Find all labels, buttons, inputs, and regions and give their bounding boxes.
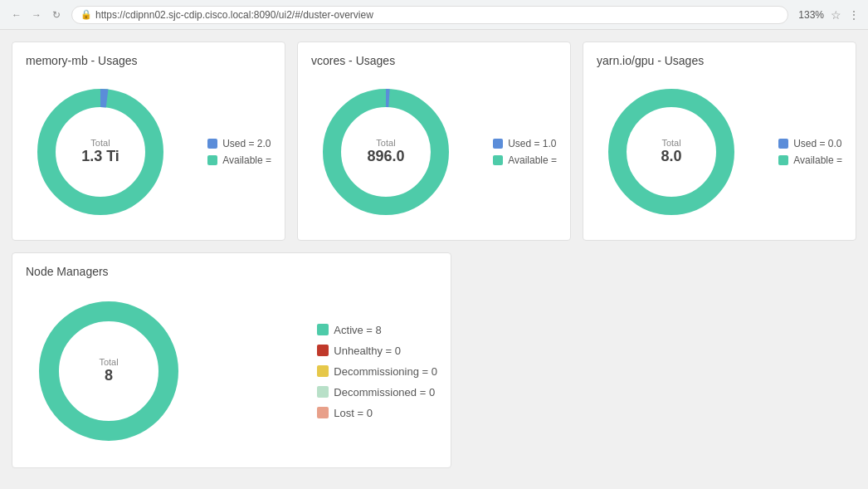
vcores-donut: Total 896.0 [311, 77, 461, 227]
gpu-donut: Total 8.0 [597, 77, 746, 227]
node-managers-legend: Active = 8 Unhealthy = 0 Decommissioning… [317, 324, 437, 419]
gpu-used-label: Used = 0.0 [793, 138, 841, 149]
unhealthy-label: Unhealthy = 0 [334, 345, 401, 357]
address-bar[interactable]: 🔒 https://cdipnn02.sjc-cdip.cisco.local:… [71, 6, 788, 24]
svg-point-2 [332, 98, 440, 206]
gpu-card-title: yarn.io/gpu - Usages [597, 54, 842, 67]
node-managers-chart-area: Total 8 Active = 8 Unhealthy = 0 [26, 288, 437, 454]
node-unhealthy-legend: Unhealthy = 0 [317, 345, 437, 357]
memory-used-label: Used = 2.0 [222, 138, 271, 149]
memory-avail-label: Available = [222, 154, 271, 166]
page-content: memory-mb - Usages Total 1.3 Ti [0, 30, 868, 489]
memory-used-color [207, 139, 217, 149]
node-managers-card: Node Managers Total 8 Active = 8 [12, 252, 451, 468]
node-managers-title: Node Managers [26, 265, 437, 278]
svg-point-5 [49, 311, 168, 431]
bookmark-icon[interactable]: ☆ [831, 8, 841, 22]
vcores-chart-area: Total 896.0 Used = 1.0 Available = [311, 77, 557, 227]
decommissioning-color [317, 365, 329, 377]
node-lost-legend: Lost = 0 [317, 407, 437, 419]
vcores-avail-color [493, 155, 503, 165]
nav-buttons: ← → ↻ [8, 7, 65, 23]
vcores-card: vcores - Usages Total 896.0 Used = 1 [297, 42, 571, 241]
forward-button[interactable]: → [28, 7, 45, 23]
svg-point-0 [46, 98, 154, 206]
svg-point-4 [617, 98, 725, 206]
gpu-legend-used: Used = 0.0 [778, 138, 842, 149]
zoom-level: 133% [798, 9, 824, 21]
bottom-row: Node Managers Total 8 Active = 8 [12, 252, 856, 468]
vcores-legend: Used = 1.0 Available = [493, 138, 557, 166]
gpu-legend-available: Available = [778, 154, 842, 166]
browser-chrome: ← → ↻ 🔒 https://cdipnn02.sjc-cdip.cisco.… [0, 0, 868, 30]
memory-legend-available: Available = [207, 154, 271, 166]
lost-label: Lost = 0 [334, 407, 373, 419]
node-active-legend: Active = 8 [317, 324, 437, 336]
memory-card: memory-mb - Usages Total 1.3 Ti [12, 42, 285, 241]
menu-icon[interactable]: ⋮ [848, 8, 860, 22]
reload-button[interactable]: ↻ [48, 7, 65, 23]
vcores-used-color [493, 139, 503, 149]
memory-chart-area: Total 1.3 Ti Used = 2.0 Available = [26, 77, 271, 227]
vcores-legend-available: Available = [493, 154, 557, 166]
vcores-avail-label: Available = [508, 154, 557, 166]
unhealthy-color [317, 345, 329, 356]
memory-legend: Used = 2.0 Available = [207, 138, 271, 166]
decommissioned-color [317, 386, 329, 398]
active-label: Active = 8 [334, 324, 381, 336]
gpu-card: yarn.io/gpu - Usages Total 8.0 Used = 0.… [583, 42, 856, 241]
gpu-avail-color [778, 155, 788, 165]
lost-color [317, 407, 329, 418]
gpu-used-color [778, 139, 788, 149]
active-color [317, 324, 329, 335]
node-managers-donut: Total 8 [26, 288, 192, 454]
gpu-chart-area: Total 8.0 Used = 0.0 Available = [597, 77, 842, 227]
vcores-legend-used: Used = 1.0 [493, 138, 557, 149]
top-row: memory-mb - Usages Total 1.3 Ti [12, 42, 856, 241]
gpu-avail-label: Available = [793, 154, 842, 166]
node-decommissioning-legend: Decommissioning = 0 [317, 365, 437, 378]
decommissioned-label: Decommissioned = 0 [334, 386, 435, 399]
memory-donut: Total 1.3 Ti [26, 77, 175, 227]
memory-card-title: memory-mb - Usages [26, 54, 271, 67]
lock-icon: 🔒 [80, 9, 92, 20]
vcores-used-label: Used = 1.0 [508, 138, 556, 149]
gpu-legend: Used = 0.0 Available = [778, 138, 842, 166]
back-button[interactable]: ← [8, 7, 25, 23]
vcores-card-title: vcores - Usages [311, 54, 557, 67]
decommissioning-label: Decommissioning = 0 [334, 365, 437, 378]
memory-legend-used: Used = 2.0 [207, 138, 271, 149]
url-text: https://cdipnn02.sjc-cdip.cisco.local:80… [95, 9, 373, 21]
memory-avail-color [207, 155, 217, 165]
node-decommissioned-legend: Decommissioned = 0 [317, 386, 437, 399]
